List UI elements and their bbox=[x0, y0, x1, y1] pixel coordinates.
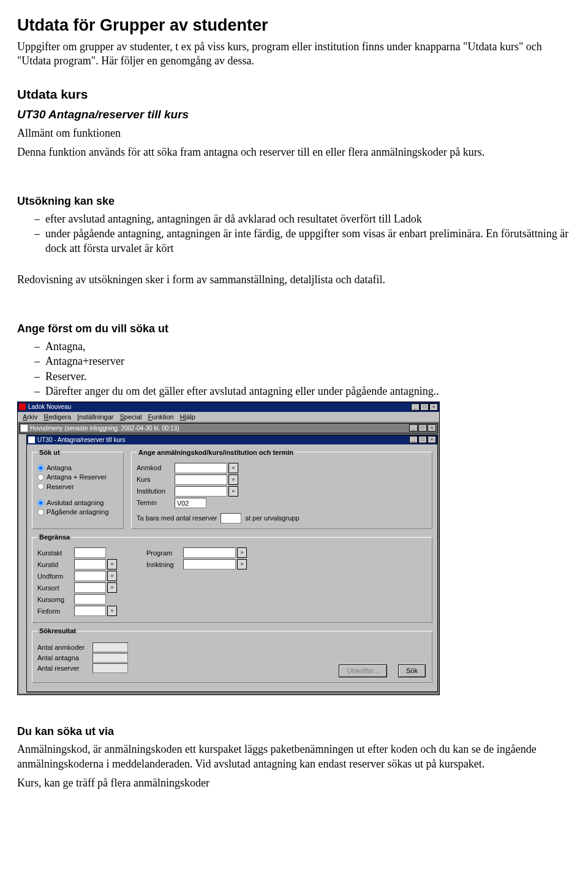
menu-redigera[interactable]: Redigera bbox=[43, 413, 71, 421]
menu-special[interactable]: Special bbox=[119, 413, 141, 421]
dialog-icon bbox=[28, 436, 35, 443]
minimize-icon[interactable]: _ bbox=[409, 436, 418, 443]
sok-button[interactable]: Sök bbox=[398, 665, 426, 677]
window-controls[interactable]: _ □ × bbox=[411, 403, 438, 411]
input-anmkod[interactable] bbox=[175, 463, 227, 473]
input-inriktning[interactable] bbox=[183, 559, 236, 569]
menu-arkiv[interactable]: AArkivrkiv bbox=[23, 413, 37, 421]
label-inriktning: Inriktning bbox=[146, 560, 183, 569]
label-kurstakt: Kurstakt bbox=[37, 549, 74, 557]
value-antal-reserver bbox=[92, 663, 128, 673]
utskrifter-button[interactable]: Utskrifter... bbox=[339, 665, 387, 677]
input-termin[interactable] bbox=[175, 498, 206, 508]
menu-funktion[interactable]: Funktion bbox=[148, 413, 174, 421]
input-kursomg[interactable] bbox=[74, 594, 106, 604]
picker-icon[interactable]: » bbox=[237, 547, 247, 558]
picker-icon[interactable]: » bbox=[228, 486, 238, 497]
section-heading: Utdata kurs bbox=[17, 86, 571, 102]
huvudmeny-window: Huvudmeny (senaste inloggning: 2002-04-3… bbox=[19, 423, 438, 433]
input-kurstakt[interactable] bbox=[74, 547, 106, 558]
label-antal-anmkoder: Antal anmkoder bbox=[37, 643, 92, 652]
ut30-title: UT30 - Antagna/reserver till kurs bbox=[37, 436, 125, 444]
ange-fieldset: Ange anmälningskod/kurs/institution och … bbox=[131, 448, 432, 529]
radio-pagaende[interactable]: Pågående antagning bbox=[37, 508, 118, 516]
sok-ut-fieldset: Sök ut Antagna Antagna + Reserver Reserv… bbox=[32, 448, 124, 529]
sokresultat-fieldset: Sökresultat Antal anmkoder Antal antagna… bbox=[32, 626, 432, 682]
begransa-fieldset: Begränsa Kurstakt Kurstid» Undform» Kurs… bbox=[32, 533, 432, 623]
input-institution[interactable] bbox=[175, 486, 227, 497]
ange-legend: Ange anmälningskod/kurs/institution och … bbox=[137, 448, 295, 457]
subsection-heading: UT30 Antagna/reserver till kurs bbox=[17, 107, 571, 123]
list-item: Antagna, bbox=[34, 340, 571, 354]
picker-icon[interactable]: » bbox=[237, 559, 247, 569]
close-icon[interactable]: × bbox=[428, 424, 436, 432]
utsokning-list: efter avslutad antagning, antagningen är… bbox=[17, 212, 571, 256]
input-undform[interactable] bbox=[74, 571, 106, 581]
input-kursort[interactable] bbox=[74, 582, 106, 593]
label-kursomg: Kursomg bbox=[37, 595, 74, 604]
maximize-icon[interactable]: □ bbox=[418, 436, 427, 443]
radio-reserver[interactable]: Reserver bbox=[37, 482, 118, 491]
begransa-legend: Begränsa bbox=[37, 533, 72, 541]
info-icon bbox=[21, 425, 28, 432]
page-title: Utdata för Grupper av studenter bbox=[17, 15, 571, 36]
allmant-body: Denna funktion används för att söka fram… bbox=[17, 145, 571, 159]
picker-icon[interactable]: » bbox=[228, 474, 238, 485]
intro-paragraph: Uppgifter om grupper av studenter, t ex … bbox=[17, 40, 571, 69]
dukan-body: Anmälningskod, är anmälningskoden ett ku… bbox=[17, 742, 571, 771]
sok-ut-legend: Sök ut bbox=[37, 448, 62, 457]
input-kurstid[interactable] bbox=[74, 559, 106, 569]
sokresultat-legend: Sökresultat bbox=[37, 626, 78, 635]
outer-title-text: Ladok Nouveau bbox=[28, 403, 71, 411]
input-finform[interactable] bbox=[74, 606, 106, 616]
label-kurs: Kurs bbox=[137, 475, 175, 484]
huvudmeny-title: Huvudmeny (senaste inloggning: 2002-04-3… bbox=[30, 424, 179, 432]
minimize-icon[interactable]: _ bbox=[411, 403, 420, 411]
minimize-icon[interactable]: _ bbox=[409, 424, 418, 432]
outer-titlebar: Ladok Nouveau _ □ × bbox=[18, 402, 439, 412]
label-termin: Termin bbox=[137, 498, 175, 507]
redovisning-paragraph: Redovisning av utsökningen sker i form a… bbox=[17, 273, 571, 287]
utsokning-heading: Utsökning kan ske bbox=[17, 194, 571, 208]
close-icon[interactable]: × bbox=[428, 436, 436, 443]
maximize-icon[interactable]: □ bbox=[420, 403, 429, 411]
value-antal-antagna bbox=[92, 653, 128, 663]
input-program[interactable] bbox=[183, 547, 236, 558]
picker-icon[interactable]: » bbox=[107, 606, 117, 616]
picker-icon[interactable]: » bbox=[228, 463, 238, 473]
list-item: efter avslutad antagning, antagningen är… bbox=[34, 212, 571, 226]
picker-icon[interactable]: » bbox=[107, 571, 117, 581]
dukan-body2: Kurs, kan ge träff på flera anmälningsko… bbox=[17, 776, 571, 790]
dukan-heading: Du kan söka ut via bbox=[17, 725, 571, 739]
input-tabara[interactable] bbox=[221, 513, 241, 524]
ange-heading: Ange först om du vill söka ut bbox=[17, 322, 571, 336]
input-kurs[interactable] bbox=[175, 474, 227, 485]
app-screenshot: Ladok Nouveau _ □ × AArkivrkiv Redigera … bbox=[17, 402, 440, 695]
picker-icon[interactable]: » bbox=[107, 559, 117, 569]
picker-icon[interactable]: » bbox=[107, 582, 117, 593]
maximize-icon[interactable]: □ bbox=[418, 424, 427, 432]
label-anmkod: Anmkod bbox=[137, 463, 175, 472]
close-icon[interactable]: × bbox=[429, 403, 438, 411]
menu-installningar[interactable]: Inställningar bbox=[77, 413, 113, 421]
label-finform: Finform bbox=[37, 607, 74, 615]
allmant-label: Allmänt om funktionen bbox=[17, 126, 571, 140]
ange-list: Antagna, Antagna+reserver Reserver. Däre… bbox=[17, 340, 571, 399]
label-antal-reserver: Antal reserver bbox=[37, 664, 92, 672]
list-item: Reserver. bbox=[34, 370, 571, 384]
radio-avslutad[interactable]: Avslutad antagning bbox=[37, 498, 118, 507]
list-item: Därefter anger du om det gäller efter av… bbox=[34, 384, 571, 398]
label-undform: Undform bbox=[37, 572, 74, 581]
label-institution: Institution bbox=[137, 487, 175, 495]
label-antal-antagna: Antal antagna bbox=[37, 653, 92, 662]
value-antal-anmkoder bbox=[92, 642, 128, 652]
menu-hjalp[interactable]: Hjälp bbox=[180, 413, 195, 421]
label-kurstid: Kurstid bbox=[37, 560, 74, 569]
radio-antagna[interactable]: Antagna bbox=[37, 463, 118, 472]
app-icon bbox=[19, 403, 26, 410]
menubar[interactable]: AArkivrkiv Redigera Inställningar Specia… bbox=[18, 412, 439, 422]
list-item: Antagna+reserver bbox=[34, 354, 571, 368]
label-kursort: Kursort bbox=[37, 584, 74, 592]
label-program: Program bbox=[146, 549, 183, 557]
radio-antagna-reserver[interactable]: Antagna + Reserver bbox=[37, 473, 118, 481]
